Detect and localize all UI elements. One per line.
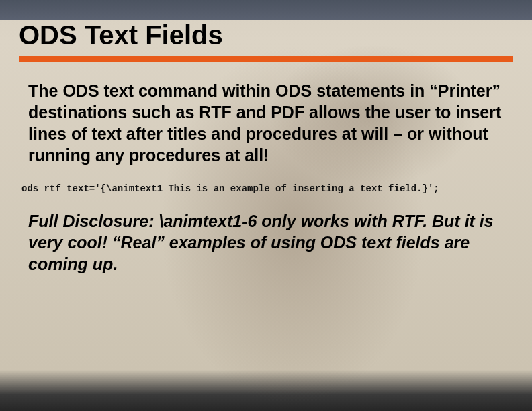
top-background-strip	[0, 0, 532, 20]
slide-title: ODS Text Fields	[19, 20, 513, 54]
slide-body: The ODS text command within ODS statemen…	[19, 80, 513, 275]
code-example: ods rtf text='{\animtext1 This is an exa…	[21, 183, 509, 194]
disclosure-paragraph: Full Disclosure: \animtext1-6 only works…	[28, 210, 509, 275]
slide-content: ODS Text Fields The ODS text command wit…	[19, 20, 513, 399]
title-underline-rule	[19, 56, 513, 62]
intro-paragraph: The ODS text command within ODS statemen…	[28, 80, 509, 166]
